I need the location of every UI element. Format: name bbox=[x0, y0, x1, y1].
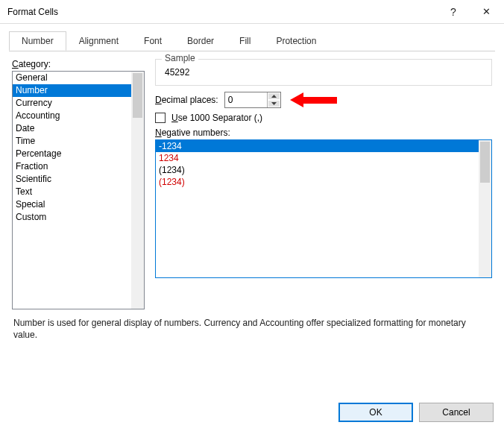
negative-item-paren-red[interactable]: (1234) bbox=[156, 176, 479, 188]
tab-font[interactable]: Font bbox=[131, 31, 174, 51]
tab-protection[interactable]: Protection bbox=[263, 31, 329, 51]
category-listbox[interactable]: General Number Currency Accounting Date … bbox=[12, 71, 145, 309]
category-description: Number is used for general display of nu… bbox=[9, 309, 495, 341]
sample-legend: Sample bbox=[162, 53, 198, 63]
category-item-fraction[interactable]: Fraction bbox=[13, 160, 131, 173]
window-title: Format Cells bbox=[7, 7, 437, 17]
category-scrollbar[interactable] bbox=[131, 72, 144, 309]
tab-fill[interactable]: Fill bbox=[227, 31, 263, 51]
help-icon: ? bbox=[450, 6, 456, 18]
decimal-places-label: Decimal places: bbox=[155, 95, 218, 105]
category-item-percentage[interactable]: Percentage bbox=[13, 148, 131, 160]
category-item-scientific[interactable]: Scientific bbox=[13, 173, 131, 186]
category-label: Category: bbox=[12, 59, 145, 69]
arrow-left-icon bbox=[290, 92, 303, 107]
arrow-shaft bbox=[303, 97, 337, 104]
svg-marker-1 bbox=[271, 102, 277, 105]
annotation-arrow bbox=[290, 92, 337, 107]
tab-alignment[interactable]: Alignment bbox=[66, 31, 131, 51]
sample-value: 45292 bbox=[163, 64, 484, 78]
negative-numbers-listbox[interactable]: -1234 1234 (1234) (1234) bbox=[155, 139, 492, 278]
negative-item-minus[interactable]: -1234 bbox=[156, 140, 479, 152]
category-item-number[interactable]: Number bbox=[13, 84, 131, 97]
tab-border[interactable]: Border bbox=[174, 31, 227, 51]
decimal-places-down-button[interactable] bbox=[268, 100, 280, 107]
category-item-time[interactable]: Time bbox=[13, 135, 131, 148]
tab-number[interactable]: Number bbox=[9, 31, 66, 51]
category-item-currency[interactable]: Currency bbox=[13, 97, 131, 110]
negative-scrollbar[interactable] bbox=[479, 140, 491, 277]
close-button[interactable]: ✕ bbox=[470, 1, 503, 23]
title-bar: Format Cells ? ✕ bbox=[0, 0, 504, 24]
cancel-button[interactable]: Cancel bbox=[419, 403, 494, 422]
use-thousand-separator-checkbox[interactable] bbox=[155, 113, 166, 123]
negative-numbers-label: Negative numbers: bbox=[155, 128, 492, 138]
use-thousand-separator-label: Use 1000 Separator (,) bbox=[171, 113, 262, 123]
category-item-text[interactable]: Text bbox=[13, 186, 131, 198]
chevron-down-icon bbox=[271, 102, 277, 105]
decimal-places-up-button[interactable] bbox=[268, 92, 280, 100]
chevron-up-icon bbox=[271, 95, 277, 98]
close-icon: ✕ bbox=[482, 6, 491, 17]
negative-item-red[interactable]: 1234 bbox=[156, 152, 479, 164]
help-button[interactable]: ? bbox=[437, 1, 470, 23]
category-scroll-thumb[interactable] bbox=[133, 73, 142, 118]
decimal-places-spinbox[interactable] bbox=[224, 92, 281, 108]
sample-group: Sample 45292 bbox=[155, 59, 492, 86]
category-item-custom[interactable]: Custom bbox=[13, 211, 131, 224]
category-item-date[interactable]: Date bbox=[13, 122, 131, 135]
tab-strip: Number Alignment Font Border Fill Protec… bbox=[9, 31, 495, 51]
category-item-general[interactable]: General bbox=[13, 72, 131, 84]
negative-scroll-thumb[interactable] bbox=[480, 142, 490, 183]
decimal-places-input[interactable] bbox=[225, 92, 267, 107]
negative-item-paren[interactable]: (1234) bbox=[156, 164, 479, 176]
svg-marker-0 bbox=[271, 95, 277, 98]
ok-button[interactable]: OK bbox=[338, 403, 413, 422]
category-item-accounting[interactable]: Accounting bbox=[13, 110, 131, 122]
category-item-special[interactable]: Special bbox=[13, 198, 131, 211]
